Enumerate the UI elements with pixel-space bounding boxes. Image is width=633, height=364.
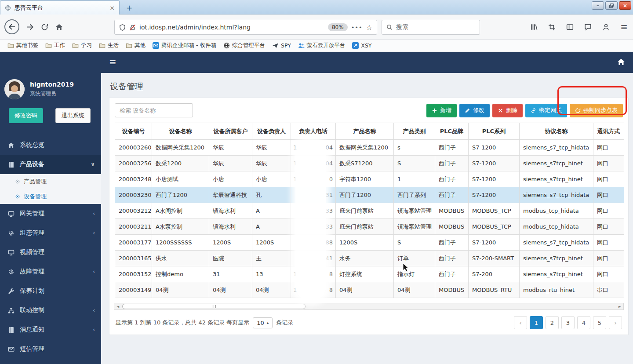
column-header: 产品类别: [394, 123, 435, 140]
action-button[interactable]: 新增: [426, 104, 457, 117]
sidebar-menu-item[interactable]: 视频管理: [0, 243, 101, 262]
sidebar-menu-item[interactable]: 网关管理 ‹: [0, 204, 101, 223]
library-icon[interactable]: [530, 23, 538, 31]
device-panel: 新增 修改 删除: [109, 98, 629, 335]
sidebar-menu-item[interactable]: 故障管理 ‹: [0, 262, 101, 281]
menu-item-icon: [8, 269, 15, 275]
page-button[interactable]: 1: [530, 316, 543, 329]
app-home-button[interactable]: [617, 58, 625, 66]
page-button[interactable]: 5: [593, 316, 606, 329]
scrollbar-grip: [212, 305, 212, 308]
cell-plc-series: S7-200-SMART: [469, 251, 520, 266]
table-row[interactable]: 200003152 控制demo 31 13 1 8 灯控系统 指示灯: [115, 266, 624, 282]
tab-close-icon[interactable]: ×: [109, 4, 115, 11]
sidebar-menu-item[interactable]: 联动控制 ‹: [0, 301, 101, 320]
bookmark-item[interactable]: 综合管理平台: [220, 40, 268, 51]
bookmark-item[interactable]: 腾讯企业邮箱 - 收件箱: [149, 40, 219, 51]
sidebar-menu-item[interactable]: 短信管理: [0, 339, 101, 359]
messages-icon[interactable]: [584, 23, 592, 31]
logout-button[interactable]: 退出系统: [55, 108, 91, 123]
forward-button[interactable]: [26, 23, 34, 31]
action-button[interactable]: 强制同步点表: [570, 104, 623, 117]
search-icon: [386, 24, 393, 30]
sidebar-toggle-icon[interactable]: [566, 23, 574, 31]
page-size-select[interactable]: 10 ▴: [253, 317, 273, 328]
sidebar-menu-item[interactable]: 产品设备 ∨: [0, 155, 101, 174]
table-row[interactable]: 200003177 1200SSSSSS 1200S 1200S 88 1200…: [115, 235, 624, 251]
home-icon: [617, 58, 625, 66]
home-button[interactable]: [55, 23, 63, 31]
sidebar-collapse-icon[interactable]: ≡: [109, 57, 116, 67]
url-bar[interactable]: iot.idosp.net/admin/index.html?lang 80% …: [114, 20, 377, 35]
table-row[interactable]: 200003212 A水闸控制 镇海水利 A 33 庶来门前泵站 镇海泵站管理: [115, 203, 624, 219]
scrollbar-thumb[interactable]: [122, 304, 306, 309]
sidebar-menu-item[interactable]: 保养计划: [0, 281, 101, 301]
column-header: 通讯方式: [593, 123, 624, 140]
window-minimize-button[interactable]: –: [592, 1, 604, 10]
sidebar-menu-item[interactable]: 产品管理: [0, 174, 101, 189]
scroll-right-icon[interactable]: ►: [616, 303, 623, 309]
sidebar-menu-item[interactable]: 组态管理 ‹: [0, 223, 101, 243]
insecure-lock-icon[interactable]: [129, 24, 136, 31]
cell-protocol: siemens_s7tcp_hinet: [520, 156, 593, 171]
change-password-button[interactable]: 修改密码: [9, 108, 43, 123]
column-header: 协议名称: [520, 123, 593, 140]
cell-category: 镇海泵站管理: [394, 203, 435, 219]
page-actions-icon[interactable]: •••: [351, 24, 363, 31]
new-tab-button[interactable]: +: [124, 3, 135, 13]
table-row[interactable]: 200003230 西门子1200 华辰智通科技 孔 31 西门子1200 西门…: [115, 187, 624, 203]
screen: 思普云平台 × + – × iot.idosp.net/admin/index.…: [0, 0, 633, 364]
sidebar-menu-item[interactable]: [0, 359, 101, 364]
tracking-shield-icon[interactable]: [119, 24, 126, 31]
table-row[interactable]: 200003256 数采1200 华辰 华辰 1 04 数采S71200 S: [115, 156, 624, 171]
menu-item-icon: [8, 288, 15, 295]
action-button[interactable]: 删除: [492, 104, 523, 117]
horizontal-scrollbar[interactable]: ◄ ►: [114, 303, 624, 310]
bookmark-item[interactable]: 生活: [96, 40, 122, 51]
table-row[interactable]: 200003165 供水 医院 王 41 水务 订单 西门子: [115, 251, 624, 266]
user-role: 系统管理员: [30, 90, 74, 98]
bookmark-star-icon[interactable]: ☆: [366, 23, 372, 32]
table-row[interactable]: 200003248 小唐测试 小唐 小唐 1 0 字符串1200 1: [115, 171, 624, 187]
cell-plc-brand: 西门子: [435, 156, 469, 171]
action-button[interactable]: 绑定网关: [525, 104, 567, 117]
avatar[interactable]: [4, 79, 25, 99]
url-text[interactable]: iot.idosp.net/admin/index.html?lang: [139, 24, 324, 31]
cell-device-id: 200003230: [115, 187, 152, 203]
scroll-left-icon[interactable]: ◄: [114, 303, 121, 309]
table-row[interactable]: 200003149 04测 04测 04测 1 8 04测 04测: [115, 282, 624, 298]
bookmark-item[interactable]: XSY: [349, 41, 375, 50]
pagination-prev-button[interactable]: ‹: [514, 316, 527, 329]
back-button[interactable]: [4, 19, 19, 34]
zoom-badge[interactable]: 80%: [328, 23, 348, 31]
bookmark-item[interactable]: 工作: [42, 40, 68, 51]
action-button[interactable]: 修改: [459, 104, 490, 117]
column-header: 产品名称: [336, 123, 394, 140]
page-button[interactable]: 4: [577, 316, 590, 329]
browser-tab[interactable]: 思普云平台 ×: [0, 0, 120, 15]
bookmark-item[interactable]: 其他书签: [4, 40, 41, 51]
window-restore-button[interactable]: [605, 1, 618, 10]
bookmark-item[interactable]: 萤石云开放平台: [295, 40, 349, 51]
cell-product: 1200S: [336, 235, 394, 251]
table-row[interactable]: 200003211 A水泵控制 镇海水利 A 33 庶来门前泵站 镇海泵站管理: [115, 219, 624, 235]
app-menu-icon[interactable]: ≡: [620, 22, 628, 32]
sidebar-menu-item[interactable]: 设备管理: [0, 189, 101, 204]
bookmark-item[interactable]: SPY: [269, 41, 294, 50]
table-row[interactable]: 200003260 数据网关采集1200 华辰 华辰 1 04 数据网关采集12…: [115, 140, 624, 156]
arrow-left-icon: [8, 23, 15, 30]
pagination-next-button[interactable]: ›: [609, 316, 622, 329]
bookmark-item[interactable]: 学习: [69, 40, 95, 51]
sidebar-menu-item[interactable]: 系统总览: [0, 135, 101, 155]
avatar-image: [4, 79, 25, 99]
page-button[interactable]: 2: [546, 316, 559, 329]
account-icon[interactable]: [602, 23, 610, 31]
sidebar-menu-item[interactable]: 消息通知 ‹: [0, 320, 101, 339]
bookmark-item[interactable]: 其他: [123, 40, 149, 51]
device-search-input[interactable]: [115, 103, 193, 117]
page-button[interactable]: 3: [561, 316, 575, 329]
browser-search-bar[interactable]: 搜索: [382, 20, 480, 35]
window-close-button[interactable]: ×: [619, 1, 631, 10]
screenshot-crop-icon[interactable]: [548, 23, 556, 31]
reload-button[interactable]: [41, 23, 48, 31]
